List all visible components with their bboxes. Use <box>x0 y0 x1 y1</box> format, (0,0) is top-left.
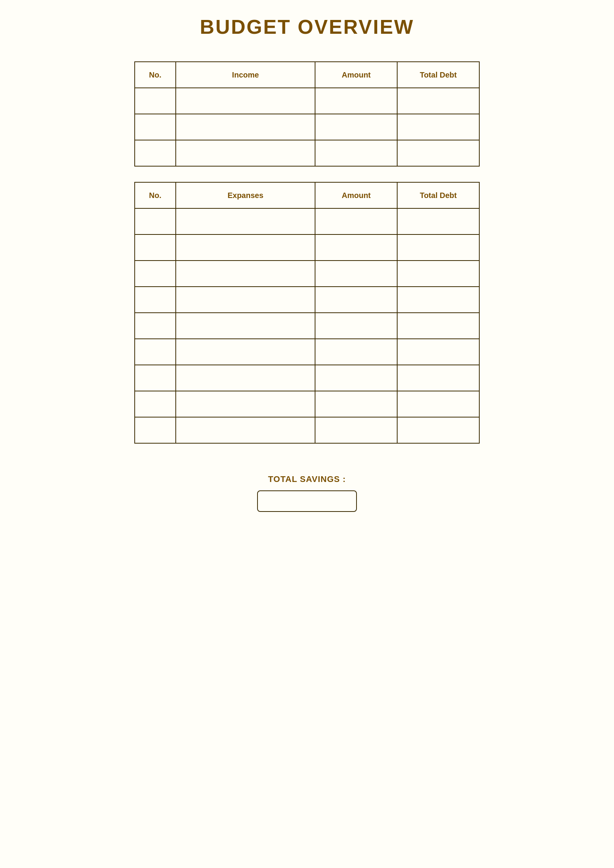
expenses-row-8-no[interactable] <box>135 391 176 417</box>
expenses-row-9-desc[interactable] <box>176 417 315 443</box>
income-row-2-amount[interactable] <box>315 114 397 140</box>
expenses-row-7-debt[interactable] <box>397 365 479 391</box>
expenses-row-3-desc[interactable] <box>176 261 315 287</box>
expenses-row-3-no[interactable] <box>135 261 176 287</box>
income-row-2 <box>135 114 479 140</box>
expenses-row-4-amount[interactable] <box>315 287 397 313</box>
expenses-row-9 <box>135 417 479 443</box>
expenses-row-7-desc[interactable] <box>176 365 315 391</box>
expenses-row-4-no[interactable] <box>135 287 176 313</box>
expenses-row-8 <box>135 391 479 417</box>
expenses-row-6-amount[interactable] <box>315 339 397 365</box>
income-header-amount: Amount <box>315 62 397 88</box>
income-row-1-debt[interactable] <box>397 88 479 114</box>
expenses-row-1-debt[interactable] <box>397 208 479 234</box>
expenses-row-4-desc[interactable] <box>176 287 315 313</box>
expenses-row-5 <box>135 313 479 339</box>
expenses-header-description: Expanses <box>176 182 315 208</box>
income-row-1-no[interactable] <box>135 88 176 114</box>
income-header-description: Income <box>176 62 315 88</box>
income-header-total-debt: Total Debt <box>397 62 479 88</box>
expenses-row-1-no[interactable] <box>135 208 176 234</box>
expenses-row-5-debt[interactable] <box>397 313 479 339</box>
total-savings-section: TOTAL SAVINGS : <box>134 474 480 512</box>
expenses-row-2 <box>135 234 479 261</box>
expenses-row-8-debt[interactable] <box>397 391 479 417</box>
expenses-row-5-desc[interactable] <box>176 313 315 339</box>
expenses-row-1-amount[interactable] <box>315 208 397 234</box>
expenses-row-5-amount[interactable] <box>315 313 397 339</box>
income-row-2-no[interactable] <box>135 114 176 140</box>
income-row-3-desc[interactable] <box>176 140 315 166</box>
income-row-1-desc[interactable] <box>176 88 315 114</box>
expenses-header-amount: Amount <box>315 182 397 208</box>
expenses-table: No. Expanses Amount Total Debt <box>134 182 480 444</box>
expenses-row-2-desc[interactable] <box>176 234 315 261</box>
income-section: No. Income Amount Total Debt <box>134 61 480 167</box>
income-row-1-amount[interactable] <box>315 88 397 114</box>
expenses-section: No. Expanses Amount Total Debt <box>134 182 480 444</box>
income-header-no: No. <box>135 62 176 88</box>
expenses-row-5-no[interactable] <box>135 313 176 339</box>
page-container: BUDGET OVERVIEW No. Income Amount Total … <box>134 15 480 512</box>
income-row-3-no[interactable] <box>135 140 176 166</box>
income-row-2-debt[interactable] <box>397 114 479 140</box>
income-row-3-debt[interactable] <box>397 140 479 166</box>
expenses-row-1-desc[interactable] <box>176 208 315 234</box>
expenses-row-7-no[interactable] <box>135 365 176 391</box>
expenses-header-no: No. <box>135 182 176 208</box>
expenses-row-2-no[interactable] <box>135 234 176 261</box>
expenses-row-7-amount[interactable] <box>315 365 397 391</box>
income-table: No. Income Amount Total Debt <box>134 61 480 167</box>
expenses-row-6 <box>135 339 479 365</box>
total-savings-input[interactable] <box>257 490 357 512</box>
expenses-row-7 <box>135 365 479 391</box>
expenses-row-2-amount[interactable] <box>315 234 397 261</box>
income-row-1 <box>135 88 479 114</box>
expenses-row-9-no[interactable] <box>135 417 176 443</box>
page-title: BUDGET OVERVIEW <box>200 15 414 38</box>
expenses-row-6-debt[interactable] <box>397 339 479 365</box>
expenses-header-total-debt: Total Debt <box>397 182 479 208</box>
income-row-3-amount[interactable] <box>315 140 397 166</box>
expenses-row-2-debt[interactable] <box>397 234 479 261</box>
expenses-row-3-amount[interactable] <box>315 261 397 287</box>
expenses-row-3 <box>135 261 479 287</box>
expenses-row-1 <box>135 208 479 234</box>
expenses-row-3-debt[interactable] <box>397 261 479 287</box>
expenses-row-4 <box>135 287 479 313</box>
expenses-row-6-no[interactable] <box>135 339 176 365</box>
income-row-2-desc[interactable] <box>176 114 315 140</box>
expenses-row-8-amount[interactable] <box>315 391 397 417</box>
expenses-row-6-desc[interactable] <box>176 339 315 365</box>
expenses-row-9-amount[interactable] <box>315 417 397 443</box>
expenses-row-9-debt[interactable] <box>397 417 479 443</box>
income-row-3 <box>135 140 479 166</box>
expenses-row-8-desc[interactable] <box>176 391 315 417</box>
expenses-row-4-debt[interactable] <box>397 287 479 313</box>
total-savings-label: TOTAL SAVINGS : <box>268 474 346 484</box>
